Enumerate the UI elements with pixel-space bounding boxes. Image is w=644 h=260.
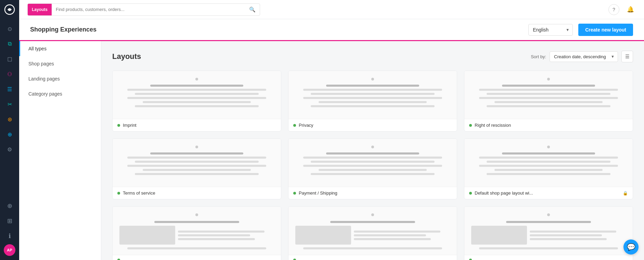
card-preview — [113, 71, 281, 119]
status-indicator — [117, 259, 120, 260]
nav-item-landing-pages[interactable]: Landing pages — [19, 71, 101, 86]
notification-button[interactable]: 🔔 — [625, 4, 636, 15]
nav-item-shop-pages[interactable]: Shop pages — [19, 56, 101, 71]
products-nav-item[interactable]: ◻ — [3, 52, 16, 66]
main-content: Layouts 🔍 ? 🔔 Shopping Experiences Engli… — [19, 0, 644, 260]
info-nav-item[interactable]: ℹ — [3, 229, 16, 243]
user-avatar[interactable]: AP — [4, 244, 15, 256]
shipping-nav-item[interactable]: ⊕ — [3, 127, 16, 141]
sidebar-bottom: ⊕ ⊞ ℹ AP — [3, 196, 16, 260]
preview-dot — [195, 213, 198, 216]
preview-line-2 — [311, 161, 435, 163]
marketing-nav-item[interactable]: ⊛ — [3, 112, 16, 126]
layout-grid: Imprint Priv — [112, 71, 633, 260]
layout-card-default-shop[interactable]: Default shop page layout wi... 🔒 — [464, 138, 633, 199]
preview-line-2 — [487, 93, 610, 95]
preview-line-4 — [319, 169, 427, 171]
preview-line-1 — [303, 89, 442, 91]
dashboard-nav-item[interactable]: ⊙ — [3, 22, 16, 36]
sidebar-logo[interactable] — [0, 0, 19, 19]
language-selector-wrapper: English German French ▼ — [528, 24, 573, 36]
layout-card-mixed-2[interactable] — [288, 206, 457, 260]
layout-card-terms[interactable]: Terms of service — [112, 138, 281, 199]
status-indicator — [469, 259, 472, 260]
preview-line-3 — [127, 165, 267, 167]
card-footer: Terms of service — [113, 187, 281, 199]
card-footer — [288, 255, 457, 260]
status-indicator — [293, 124, 296, 127]
layout-card-rescission[interactable]: Right of rescission — [464, 71, 633, 132]
layout-card-mixed-1[interactable] — [112, 206, 281, 260]
preview-line-4 — [319, 101, 427, 103]
left-navigation: All types Shop pages Landing pages Categ… — [19, 41, 101, 260]
preview-line-2 — [487, 161, 610, 163]
status-indicator — [293, 192, 296, 195]
chat-widget[interactable]: 💬 — [623, 239, 639, 255]
preview-title-line — [502, 85, 595, 87]
sort-wrapper: Sort by: Creation date, descending Creat… — [531, 51, 633, 62]
card-preview — [113, 139, 281, 187]
card-name: Imprint — [123, 123, 276, 128]
nav-item-all-types[interactable]: All types — [19, 41, 101, 56]
nav-item-category-pages[interactable]: Category pages — [19, 86, 101, 101]
preview-dot — [371, 146, 374, 148]
subheader-title: Shopping Experiences — [30, 26, 523, 33]
status-indicator — [469, 124, 472, 127]
search-input[interactable] — [52, 4, 245, 15]
preview-dot — [195, 78, 198, 81]
search-icon[interactable]: 🔍 — [245, 7, 260, 13]
preview-line-4 — [494, 101, 603, 103]
create-layout-button[interactable]: Create new layout — [578, 24, 633, 36]
preview-line-5 — [311, 173, 435, 175]
add-nav-item[interactable]: ⊕ — [3, 199, 16, 213]
layers-nav-item[interactable]: ⧉ — [3, 37, 16, 51]
orders-nav-item[interactable]: ☰ — [3, 82, 16, 96]
sidebar: ⊙ ⧉ ◻ ⚇ ☰ ✂ ⊛ ⊕ ⚙ ⊕ ⊞ ℹ AP — [0, 0, 19, 260]
search-bar: Layouts 🔍 — [27, 3, 260, 16]
tools-nav-item[interactable]: ✂ — [3, 97, 16, 111]
card-preview — [464, 207, 633, 255]
preview-title-line — [326, 85, 419, 87]
sort-select[interactable]: Creation date, descending Creation date,… — [550, 51, 618, 62]
preview-line-3 — [479, 97, 618, 99]
grid-nav-item[interactable]: ⊞ — [3, 214, 16, 228]
card-footer — [464, 255, 633, 260]
preview-line-3 — [479, 165, 618, 167]
preview-line-1 — [127, 157, 267, 159]
subheader: Shopping Experiences English German Fren… — [19, 19, 644, 41]
topbar: Layouts 🔍 ? 🔔 — [19, 0, 644, 19]
preview-line-2 — [311, 93, 435, 95]
content-area: All types Shop pages Landing pages Categ… — [19, 41, 644, 260]
customers-nav-item[interactable]: ⚇ — [3, 67, 16, 81]
layout-card-mixed-3[interactable] — [464, 206, 633, 260]
card-footer: Imprint — [113, 119, 281, 131]
preview-line-5 — [311, 105, 435, 107]
card-preview — [464, 71, 633, 119]
status-indicator — [293, 259, 296, 260]
card-name: Privacy — [299, 123, 452, 128]
card-footer: Payment / Shipping — [288, 187, 457, 199]
layout-card-payment[interactable]: Payment / Shipping — [288, 138, 457, 199]
preview-dot — [371, 213, 374, 216]
card-preview — [288, 207, 457, 255]
language-select[interactable]: English German French — [528, 24, 573, 36]
card-preview — [464, 139, 633, 187]
card-name: Terms of service — [123, 190, 276, 196]
preview-line-1 — [303, 157, 442, 159]
preview-line-2 — [135, 93, 259, 95]
card-footer: Privacy — [288, 119, 457, 131]
list-view-button[interactable]: ☰ — [621, 51, 633, 62]
preview-dot — [547, 213, 550, 216]
help-button[interactable]: ? — [608, 4, 619, 15]
card-name: Default shop page layout wi... — [475, 190, 620, 196]
sort-select-wrapper: Creation date, descending Creation date,… — [550, 51, 618, 62]
settings-nav-item[interactable]: ⚙ — [3, 143, 16, 156]
search-tag[interactable]: Layouts — [28, 4, 52, 15]
preview-line-1 — [479, 157, 618, 159]
preview-title-line — [150, 85, 243, 87]
preview-line-3 — [127, 97, 267, 99]
layout-card-imprint[interactable]: Imprint — [112, 71, 281, 132]
preview-line-2 — [135, 161, 259, 163]
layout-card-privacy[interactable]: Privacy — [288, 71, 457, 132]
preview-line-1 — [127, 89, 267, 91]
